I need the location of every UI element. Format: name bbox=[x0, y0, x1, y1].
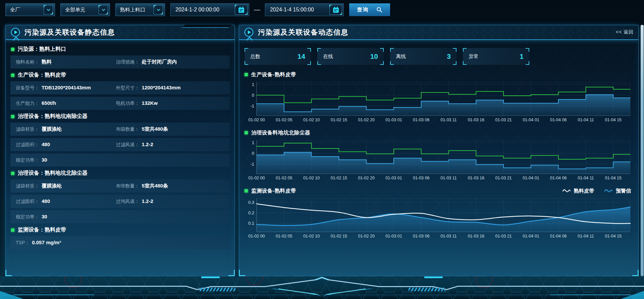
svg-text:01-02 00: 01-02 00 bbox=[248, 118, 265, 122]
chart-legend: 熟料皮带预警信 bbox=[562, 188, 633, 194]
info-cell: 外型尺寸：1200*204143mm bbox=[116, 85, 224, 91]
svg-text:01-04 11: 01-04 11 bbox=[578, 176, 594, 180]
query-button-label: 查询 bbox=[357, 6, 369, 13]
stat-value: 3 bbox=[447, 52, 451, 60]
start-date-input[interactable]: 2024-1-2 00:00:00 bbox=[170, 3, 249, 16]
stat-box: 总数 14 bbox=[245, 48, 311, 65]
chart-header: 监测设备-熟料皮带熟料皮带预警信 bbox=[245, 186, 633, 195]
end-date-input[interactable]: 2024-1-4 15:00:00 bbox=[265, 3, 344, 16]
unit-select[interactable]: 全部单元 bbox=[60, 3, 110, 16]
info-value: 熟料 bbox=[42, 59, 52, 65]
chevron-down-icon[interactable] bbox=[99, 5, 108, 14]
static-info-list: 污染源：熟料上料口物料名称：熟料治理措施：处于封闭厂房内生产设备：熟料皮带设备型… bbox=[6, 40, 234, 254]
info-value: 覆膜涤纶 bbox=[42, 183, 62, 189]
play-icon bbox=[10, 27, 20, 37]
wavy-line-icon bbox=[604, 189, 613, 193]
info-value: TDB1200*204143mm bbox=[42, 85, 91, 90]
info-value: 480 bbox=[42, 141, 50, 147]
chevron-up-decoration bbox=[246, 37, 253, 43]
info-label: 额定功率： bbox=[16, 157, 39, 163]
green-square-bullet bbox=[245, 73, 248, 76]
svg-text:-1: -1 bbox=[250, 103, 254, 109]
svg-text:0.3: 0.3 bbox=[248, 200, 254, 205]
chart-block: 治理设备料地坑北除尘器 10-101-02 0001-02 0501-02 10… bbox=[245, 128, 633, 181]
svg-text:0: 0 bbox=[252, 93, 254, 98]
info-row: 滤袋材质：覆膜涤纶布华数量：5室共480条 bbox=[10, 179, 230, 193]
svg-text:01-03 11: 01-03 11 bbox=[440, 118, 457, 122]
svg-text:01-04 06: 01-04 06 bbox=[550, 118, 567, 122]
dynamic-panel-body: 总数 14 在线 10 离线 3 异常 1 生产设备-熟料皮带 10-101-0… bbox=[239, 48, 638, 239]
info-value: 1.2-2 bbox=[142, 198, 153, 204]
info-cell: 治理措施：处于封闭厂房内 bbox=[116, 59, 224, 65]
svg-text:01-04 01: 01-04 01 bbox=[523, 176, 539, 180]
info-row: TSP：0.057 mg/m³ bbox=[10, 236, 230, 249]
info-label: 治理措施： bbox=[116, 59, 140, 65]
svg-text:01-02 20: 01-02 20 bbox=[358, 176, 374, 180]
calendar-icon[interactable] bbox=[329, 5, 342, 15]
back-link[interactable]: << 返回 bbox=[616, 29, 634, 35]
stat-value: 1 bbox=[520, 52, 524, 60]
chart-header: 治理设备料地坑北除尘器 bbox=[245, 128, 633, 137]
calendar-icon[interactable] bbox=[235, 5, 248, 15]
charts-area: 生产设备-熟料皮带 10-101-02 0001-02 0501-02 1001… bbox=[245, 70, 633, 239]
svg-text:01-04 01: 01-04 01 bbox=[523, 234, 539, 239]
info-row: 过滤面积：480过滤风速：1.2-2 bbox=[10, 138, 230, 151]
scrollbar[interactable] bbox=[641, 25, 644, 276]
svg-text:1: 1 bbox=[252, 82, 254, 87]
section-heading: 污染源：熟料上料口 bbox=[11, 46, 229, 53]
info-label: 过滤风速： bbox=[116, 142, 140, 148]
svg-text:01-03 06: 01-03 06 bbox=[413, 118, 429, 122]
dynamic-info-panel: 污染源及关联设备动态信息 << 返回 总数 14 在线 10 离线 3 异常 1… bbox=[239, 25, 639, 276]
main-content: 污染源及关联设备静态信息 污染源：熟料上料口物料名称：熟料治理措施：处于封闭厂房… bbox=[5, 25, 639, 276]
info-label: 电机功率： bbox=[116, 100, 140, 106]
legend-label: 预警信 bbox=[616, 188, 631, 194]
info-cell: 布华数量：5室共480条 bbox=[116, 183, 224, 189]
plant-select[interactable]: 全厂 bbox=[5, 3, 55, 16]
dynamic-panel-header: 污染源及关联设备动态信息 << 返回 bbox=[239, 25, 638, 40]
info-row: 过滤面积：480过鸿风速：1.2-2 bbox=[10, 195, 230, 208]
plant-select-value: 全厂 bbox=[10, 7, 20, 13]
info-value: 1200*204143mm bbox=[142, 85, 181, 90]
info-cell: 滤袋材质：覆膜涤纶 bbox=[16, 126, 116, 132]
chart-title: 生产设备-熟料皮带 bbox=[251, 71, 296, 78]
svg-text:-1: -1 bbox=[250, 162, 254, 167]
legend-label: 熟料皮带 bbox=[574, 188, 594, 194]
source-select[interactable]: 熟料上料口 bbox=[115, 3, 165, 16]
info-value: 30 bbox=[42, 157, 47, 163]
chevron-down-icon[interactable] bbox=[44, 5, 53, 14]
svg-text:01-03 06: 01-03 06 bbox=[413, 234, 429, 239]
svg-text:01-03 21: 01-03 21 bbox=[495, 234, 512, 239]
chart-block: 生产设备-熟料皮带 10-101-02 0001-02 0501-02 1001… bbox=[245, 70, 633, 123]
green-square-bullet bbox=[11, 115, 14, 118]
svg-text:01-03 16: 01-03 16 bbox=[468, 118, 484, 122]
legend-item[interactable]: 熟料皮带 bbox=[562, 188, 594, 194]
stat-box: 异常 1 bbox=[463, 48, 529, 65]
green-square-bullet bbox=[11, 228, 14, 232]
section-heading: 治理设备：熟料地坑北除尘器 bbox=[11, 170, 229, 177]
info-value: 30 bbox=[42, 214, 47, 219]
search-icon bbox=[376, 7, 382, 13]
info-row: 生产能力：650t/h电机功率：132Kw bbox=[10, 97, 230, 110]
green-square-bullet bbox=[11, 74, 14, 77]
info-row: 额定功率：30 bbox=[10, 154, 230, 167]
section-heading-label: 污染源：熟料上料口 bbox=[18, 46, 66, 53]
svg-text:01-02 15: 01-02 15 bbox=[331, 176, 347, 180]
info-value: 1.2-2 bbox=[142, 141, 153, 147]
svg-text:01-03 06: 01-03 06 bbox=[413, 176, 429, 180]
stat-value: 14 bbox=[298, 52, 305, 60]
query-button[interactable]: 查询 bbox=[349, 3, 390, 16]
info-row: 滤袋材质：覆膜涤纶布袋数量：5室共480条 bbox=[10, 123, 230, 136]
svg-text:0.2: 0.2 bbox=[248, 210, 254, 215]
info-cell: 额定功率：30 bbox=[16, 157, 116, 163]
section-heading-label: 治理设备：熟料地坑南除尘器 bbox=[18, 113, 88, 120]
chart-title: 治理设备料地坑北除尘器 bbox=[251, 129, 310, 136]
svg-text:01-02 05: 01-02 05 bbox=[276, 118, 292, 122]
info-value: 650t/h bbox=[42, 100, 56, 106]
svg-text:01-03 01: 01-03 01 bbox=[385, 176, 402, 180]
legend-item[interactable]: 预警信 bbox=[604, 188, 631, 194]
svg-text:01-03 21: 01-03 21 bbox=[495, 176, 512, 180]
chevron-down-icon[interactable] bbox=[154, 5, 163, 14]
svg-text:01-02 20: 01-02 20 bbox=[358, 118, 374, 122]
info-value: 0.057 mg/m³ bbox=[32, 240, 61, 245]
svg-text:01-04 15: 01-04 15 bbox=[605, 176, 622, 180]
